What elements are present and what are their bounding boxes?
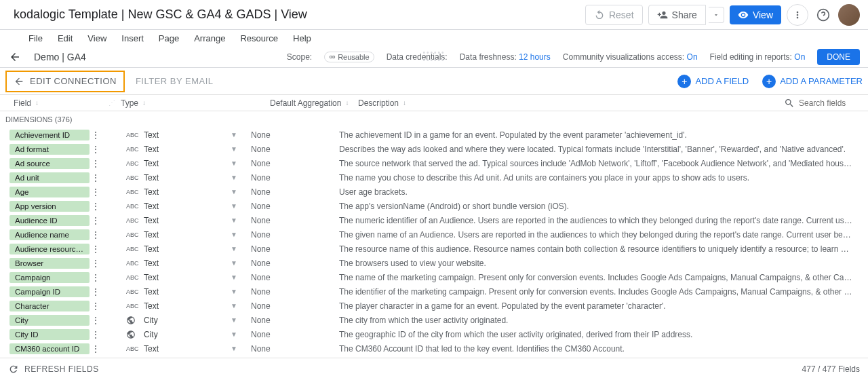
row-more-icon[interactable]: ⋮ (90, 172, 102, 183)
search-fields[interactable] (784, 98, 868, 109)
type-cell[interactable]: ABC Text ▼ (102, 130, 251, 140)
table-row[interactable]: CM360 account name ⋮ ABC Text ▼ None The… (0, 356, 868, 358)
type-cell[interactable]: ABC Text ▼ (102, 216, 251, 225)
scope-chip[interactable]: Reusable (324, 52, 374, 62)
table-row[interactable]: Achievement ID ⋮ ABC Text ▼ None The ach… (0, 128, 868, 142)
table-row[interactable]: Ad source ⋮ ABC Text ▼ None The source n… (0, 156, 868, 170)
field-chip[interactable]: Audience resource name (9, 244, 90, 254)
resize-handle[interactable]: ⋰ (108, 99, 115, 107)
field-chip[interactable]: City ID (9, 329, 90, 340)
row-more-icon[interactable]: ⋮ (90, 301, 102, 311)
table-row[interactable]: Audience resource name ⋮ ABC Text ▼ None… (0, 242, 868, 256)
type-cell[interactable]: ABC Text ▼ (102, 230, 251, 240)
type-cell[interactable]: ABC Text ▼ (102, 202, 251, 211)
type-cell[interactable]: ABC Text ▼ (102, 344, 251, 354)
table-row[interactable]: CM360 account ID ⋮ ABC Text ▼ None The C… (0, 341, 868, 356)
drag-handle[interactable]: •••••••••••• (422, 49, 445, 64)
row-more-icon[interactable]: ⋮ (90, 315, 102, 326)
chevron-down-icon[interactable]: ▼ (231, 259, 237, 267)
chevron-down-icon[interactable]: ▼ (231, 245, 237, 252)
fields-table[interactable]: Achievement ID ⋮ ABC Text ▼ None The ach… (0, 128, 868, 358)
field-chip[interactable]: Audience ID (9, 215, 90, 226)
field-chip[interactable]: CM360 account name (9, 358, 90, 358)
field-chip[interactable]: Campaign (9, 272, 90, 283)
table-row[interactable]: Browser ⋮ ABC Text ▼ None The browsers u… (0, 256, 868, 270)
type-cell[interactable]: ABC Text ▼ (102, 187, 251, 197)
field-chip[interactable]: Ad source (9, 158, 90, 169)
table-row[interactable]: Character ⋮ ABC Text ▼ None The player c… (0, 299, 868, 313)
table-row[interactable]: Ad format ⋮ ABC Text ▼ None Describes th… (0, 142, 868, 156)
row-more-icon[interactable]: ⋮ (90, 272, 102, 283)
col-desc[interactable]: Description↓ (358, 98, 784, 108)
field-editing[interactable]: Field editing in reports: On (710, 52, 806, 62)
user-avatar[interactable] (838, 4, 860, 26)
field-chip[interactable]: City (9, 315, 90, 326)
add-field-button[interactable]: + ADD A FIELD (677, 75, 749, 88)
table-row[interactable]: Audience ID ⋮ ABC Text ▼ None The numeri… (0, 213, 868, 227)
search-input[interactable] (799, 98, 860, 108)
help-button[interactable] (812, 4, 834, 26)
chevron-down-icon[interactable]: ▼ (231, 302, 237, 309)
share-dropdown[interactable] (709, 7, 724, 23)
type-cell[interactable]: ABC Text ▼ (102, 173, 251, 183)
menu-resource[interactable]: Resource (233, 32, 285, 45)
table-row[interactable]: App version ⋮ ABC Text ▼ None The app's … (0, 199, 868, 213)
menu-view[interactable]: View (81, 32, 113, 45)
row-more-icon[interactable]: ⋮ (90, 343, 102, 354)
type-cell[interactable]: ABC Text ▼ (102, 301, 251, 311)
done-button[interactable]: DONE (817, 49, 860, 65)
row-more-icon[interactable]: ⋮ (90, 144, 102, 155)
type-cell[interactable]: City ▼ (102, 316, 251, 325)
row-more-icon[interactable]: ⋮ (90, 215, 102, 226)
menu-edit[interactable]: Edit (51, 32, 79, 45)
edit-connection-button[interactable]: EDIT CONNECTION (5, 71, 125, 92)
table-row[interactable]: Campaign ID ⋮ ABC Text ▼ None The identi… (0, 284, 868, 299)
report-title[interactable]: kodalogic Template | New GSC & GA4 & GAD… (8, 5, 313, 24)
chevron-down-icon[interactable]: ▼ (231, 145, 237, 153)
field-chip[interactable]: Ad format (9, 144, 90, 155)
menu-file[interactable]: File (22, 32, 50, 45)
row-more-icon[interactable]: ⋮ (90, 158, 102, 169)
chevron-down-icon[interactable]: ▼ (231, 159, 237, 167)
more-options-button[interactable] (787, 4, 808, 26)
field-chip[interactable]: Character (9, 301, 90, 311)
row-more-icon[interactable]: ⋮ (90, 201, 102, 212)
field-chip[interactable]: CM360 account ID (9, 343, 90, 354)
row-more-icon[interactable]: ⋮ (90, 329, 102, 340)
row-more-icon[interactable]: ⋮ (90, 130, 102, 140)
filter-by-email[interactable]: FILTER BY EMAIL (136, 76, 214, 86)
field-chip[interactable]: Browser (9, 258, 90, 269)
type-cell[interactable]: ABC Text ▼ (102, 145, 251, 154)
chevron-down-icon[interactable]: ▼ (231, 174, 237, 181)
row-more-icon[interactable]: ⋮ (90, 286, 102, 297)
chevron-down-icon[interactable]: ▼ (231, 202, 237, 210)
col-field[interactable]: Field↓ (14, 98, 108, 108)
field-chip[interactable]: Age (9, 187, 90, 197)
community-access[interactable]: Community visualizations access: On (563, 52, 698, 62)
chevron-down-icon[interactable]: ▼ (231, 131, 237, 138)
freshness[interactable]: Data freshness: 12 hours (460, 52, 551, 62)
table-row[interactable]: Campaign ⋮ ABC Text ▼ None The name of t… (0, 270, 868, 284)
col-type[interactable]: Type↓ (121, 98, 270, 108)
field-chip[interactable]: Audience name (9, 229, 90, 240)
table-row[interactable]: City ⋮ City ▼ None The city from which t… (0, 313, 868, 327)
row-more-icon[interactable]: ⋮ (90, 244, 102, 254)
chevron-down-icon[interactable]: ▼ (231, 273, 237, 281)
type-cell[interactable]: ABC Text ▼ (102, 244, 251, 254)
menu-page[interactable]: Page (152, 32, 186, 45)
view-button[interactable]: View (730, 5, 781, 24)
type-cell[interactable]: ABC Text ▼ (102, 259, 251, 268)
chevron-down-icon[interactable]: ▼ (231, 330, 237, 338)
table-row[interactable]: City ID ⋮ City ▼ None The geographic ID … (0, 327, 868, 341)
row-more-icon[interactable]: ⋮ (90, 258, 102, 269)
back-button[interactable] (8, 50, 22, 64)
table-row[interactable]: Age ⋮ ABC Text ▼ None User age brackets. (0, 185, 868, 199)
chevron-down-icon[interactable]: ▼ (231, 288, 237, 295)
chevron-down-icon[interactable]: ▼ (231, 216, 237, 224)
type-cell[interactable]: ABC Text ▼ (102, 159, 251, 168)
field-chip[interactable]: Ad unit (9, 172, 90, 183)
type-cell[interactable]: City ▼ (102, 330, 251, 339)
table-row[interactable]: Ad unit ⋮ ABC Text ▼ None The name you c… (0, 170, 868, 185)
col-agg[interactable]: Default Aggregation↓ (270, 98, 358, 108)
chevron-down-icon[interactable]: ▼ (231, 231, 237, 238)
